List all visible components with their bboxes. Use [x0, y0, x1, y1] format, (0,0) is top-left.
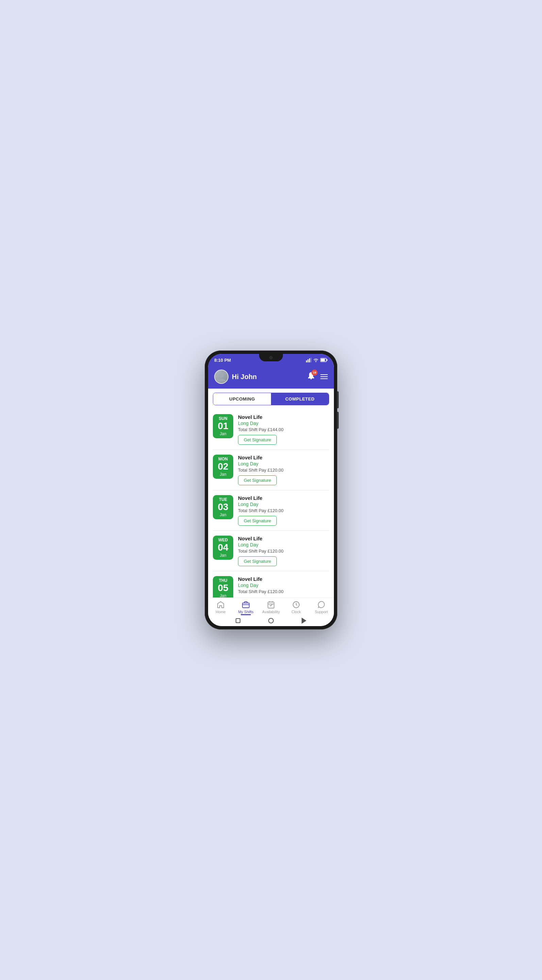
day-name-1: Mon — [218, 457, 228, 461]
day-name-0: Sun — [219, 416, 227, 421]
hamburger-line-1 — [320, 374, 328, 375]
month-2: Jan — [220, 512, 226, 517]
wifi-icon — [313, 358, 319, 363]
shift-info-2: Novel Life Long Day Total Shift Pay £120… — [238, 495, 329, 526]
day-name-4: Thu — [219, 578, 227, 583]
shift-type-1: Long Day — [238, 461, 329, 466]
day-num-1: 02 — [218, 461, 228, 472]
month-0: Jan — [220, 431, 226, 436]
shift-card-3: Wed 04 Jan Novel Life Long Day Total Shi… — [213, 531, 329, 571]
shift-list: Sun 01 Jan Novel Life Long Day Total Shi… — [208, 409, 334, 598]
shift-info-0: Novel Life Long Day Total Shift Pay £144… — [238, 414, 329, 445]
nav-active-indicator — [241, 614, 251, 615]
shift-type-0: Long Day — [238, 421, 329, 426]
svg-rect-2 — [309, 358, 310, 363]
menu-button[interactable] — [320, 374, 328, 379]
notification-bell[interactable]: 19 — [307, 372, 315, 382]
shift-pay-3: Total Shift Pay £120.00 — [238, 549, 329, 554]
nav-my-shifts-label: My Shifts — [238, 610, 253, 614]
nav-support-label: Support — [315, 610, 328, 614]
signature-btn-3[interactable]: Get Signature — [238, 556, 277, 566]
battery-icon — [320, 358, 328, 362]
svg-rect-11 — [268, 602, 274, 608]
shift-type-2: Long Day — [238, 501, 329, 507]
clock-icon — [292, 601, 300, 609]
status-icons — [306, 358, 328, 363]
status-bar: 8:10 PM — [208, 354, 334, 366]
day-name-2: Tue — [219, 497, 227, 502]
camera-dot — [269, 356, 273, 360]
company-2: Novel Life — [238, 495, 329, 501]
shift-card-4: Thu 05 Jan Novel Life Long Day Total Shi… — [213, 571, 329, 598]
signature-btn-1[interactable]: Get Signature — [238, 476, 277, 485]
nav-home[interactable]: Home — [208, 601, 233, 614]
svg-point-8 — [219, 373, 224, 378]
header-right: 19 — [307, 372, 328, 382]
svg-rect-6 — [327, 360, 328, 361]
nav-clock[interactable]: Clock — [284, 601, 309, 614]
nav-availability-label: Availability — [262, 610, 280, 614]
shift-pay-0: Total Shift Pay £144.00 — [238, 427, 329, 432]
hamburger-line-3 — [320, 379, 328, 379]
app-header: Hi John 19 — [208, 366, 334, 388]
availability-icon — [267, 601, 275, 609]
svg-rect-1 — [308, 360, 309, 363]
android-nav-bar — [208, 615, 334, 626]
shift-info-1: Novel Life Long Day Total Shift Pay £120… — [238, 455, 329, 485]
shift-pay-2: Total Shift Pay £120.00 — [238, 508, 329, 513]
signature-btn-2[interactable]: Get Signature — [238, 516, 277, 526]
company-1: Novel Life — [238, 455, 329, 460]
avatar-image — [215, 370, 228, 383]
android-back-btn[interactable] — [302, 617, 306, 624]
month-1: Jan — [220, 472, 226, 477]
month-3: Jan — [220, 553, 226, 558]
company-4: Novel Life — [238, 576, 329, 582]
shift-card-0: Sun 01 Jan Novel Life Long Day Total Shi… — [213, 409, 329, 450]
date-badge-1: Mon 02 Jan — [213, 455, 233, 479]
nav-my-shifts[interactable]: My Shifts — [233, 601, 258, 614]
month-4: Jan — [220, 593, 226, 598]
greeting-text: Hi John — [232, 373, 257, 381]
day-num-2: 03 — [218, 502, 228, 512]
nav-clock-label: Clock — [292, 610, 301, 614]
nav-home-label: Home — [216, 610, 225, 614]
shift-info-4: Novel Life Long Day Total Shift Pay £120… — [238, 576, 329, 597]
avatar — [214, 369, 228, 384]
svg-rect-0 — [306, 360, 307, 363]
signature-btn-0[interactable]: Get Signature — [238, 435, 277, 445]
bottom-nav: Home My Shifts — [208, 598, 334, 615]
company-3: Novel Life — [238, 536, 329, 541]
notch — [259, 354, 283, 361]
tabs-row: UPCOMING COMPLETED — [213, 393, 329, 405]
day-num-0: 01 — [218, 421, 228, 431]
day-num-4: 05 — [218, 583, 228, 593]
shift-pay-1: Total Shift Pay £120.00 — [238, 468, 329, 473]
svg-rect-3 — [311, 358, 312, 363]
tab-upcoming[interactable]: UPCOMING — [213, 393, 271, 405]
date-badge-3: Wed 04 Jan — [213, 536, 233, 560]
notification-badge: 19 — [311, 369, 318, 375]
day-num-3: 04 — [218, 542, 228, 553]
svg-point-4 — [315, 361, 317, 362]
status-time: 8:10 PM — [214, 358, 231, 363]
date-badge-4: Thu 05 Jan — [213, 576, 233, 598]
day-name-3: Wed — [218, 538, 228, 542]
signal-icon — [306, 358, 311, 363]
svg-rect-9 — [242, 603, 249, 608]
android-square-btn[interactable] — [236, 618, 240, 623]
tab-completed[interactable]: COMPLETED — [271, 393, 329, 405]
header-left: Hi John — [214, 369, 257, 384]
android-home-btn[interactable] — [268, 618, 274, 624]
hamburger-line-2 — [320, 376, 328, 377]
briefcase-icon — [242, 601, 250, 609]
nav-availability[interactable]: Availability — [258, 601, 284, 614]
shift-pay-4: Total Shift Pay £120.00 — [238, 589, 329, 594]
svg-line-18 — [296, 605, 297, 605]
shift-type-3: Long Day — [238, 542, 329, 547]
shift-card-2: Tue 03 Jan Novel Life Long Day Total Shi… — [213, 490, 329, 531]
shift-type-4: Long Day — [238, 582, 329, 588]
nav-support[interactable]: Support — [309, 601, 334, 614]
home-icon — [217, 601, 225, 609]
shift-card-1: Mon 02 Jan Novel Life Long Day Total Shi… — [213, 450, 329, 490]
company-0: Novel Life — [238, 414, 329, 420]
